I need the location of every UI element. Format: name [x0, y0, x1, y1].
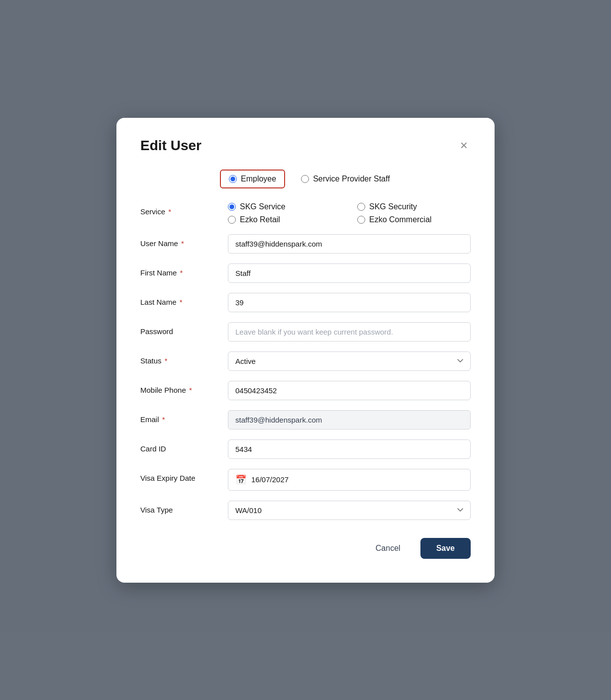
card-id-row: Card ID: [140, 439, 471, 459]
username-input[interactable]: [228, 234, 471, 254]
card-id-input[interactable]: [228, 439, 471, 459]
email-label: Email *: [140, 410, 220, 424]
visa-type-select[interactable]: WA/010 WA/020 WA/030: [228, 501, 471, 520]
last-name-label: Last Name *: [140, 293, 220, 306]
service-skg-security-radio[interactable]: [357, 203, 365, 211]
status-label: Status *: [140, 351, 220, 365]
service-ezko-commercial-option[interactable]: Ezko Commercial: [357, 215, 471, 224]
service-ezko-retail-label: Ezko Retail: [240, 215, 280, 224]
password-label: Password: [140, 322, 220, 336]
service-label: Service *: [140, 202, 220, 216]
visa-type-label: Visa Type: [140, 501, 220, 514]
status-select[interactable]: Active Inactive: [228, 351, 471, 371]
service-row: Service * SKG Service SKG Security Ezko …: [140, 202, 471, 224]
user-type-service-provider-option[interactable]: Service Provider Staff: [301, 175, 390, 183]
last-name-row: Last Name *: [140, 293, 471, 312]
service-ezko-commercial-label: Ezko Commercial: [369, 215, 431, 224]
service-ezko-commercial-radio[interactable]: [357, 216, 365, 224]
mobile-phone-label: Mobile Phone *: [140, 381, 220, 394]
card-id-label: Card ID: [140, 439, 220, 453]
first-name-input[interactable]: [228, 263, 471, 283]
user-type-employee-option[interactable]: Employee: [220, 170, 285, 188]
service-skg-service-option[interactable]: SKG Service: [228, 202, 341, 211]
visa-expiry-row: Visa Expiry Date 📅 16/07/2027: [140, 469, 471, 491]
save-button[interactable]: Save: [420, 538, 471, 559]
password-input[interactable]: [228, 322, 471, 342]
user-type-employee-radio[interactable]: [229, 175, 237, 183]
user-type-row: Employee Service Provider Staff: [140, 170, 471, 188]
service-skg-security-label: SKG Security: [369, 202, 417, 211]
service-ezko-retail-option[interactable]: Ezko Retail: [228, 215, 341, 224]
email-row: Email *: [140, 410, 471, 430]
visa-expiry-label: Visa Expiry Date: [140, 469, 220, 482]
first-name-row: First Name *: [140, 263, 471, 283]
visa-expiry-date-value: 16/07/2027: [251, 475, 289, 484]
close-button[interactable]: ×: [457, 138, 471, 153]
mobile-phone-input[interactable]: [228, 381, 471, 400]
username-label: User Name *: [140, 234, 220, 248]
cancel-button[interactable]: Cancel: [364, 538, 412, 559]
service-skg-security-option[interactable]: SKG Security: [357, 202, 471, 211]
calendar-icon: 📅: [235, 474, 246, 485]
last-name-input[interactable]: [228, 293, 471, 312]
password-row: Password: [140, 322, 471, 342]
service-ezko-retail-radio[interactable]: [228, 216, 236, 224]
service-skg-service-radio[interactable]: [228, 203, 236, 211]
username-row: User Name *: [140, 234, 471, 254]
service-skg-service-label: SKG Service: [240, 202, 286, 211]
visa-expiry-date-wrapper[interactable]: 📅 16/07/2027: [228, 469, 471, 491]
modal-header: Edit User ×: [140, 138, 471, 154]
first-name-label: First Name *: [140, 263, 220, 277]
user-type-service-provider-label: Service Provider Staff: [313, 175, 390, 183]
service-options: SKG Service SKG Security Ezko Retail Ezk…: [228, 202, 471, 224]
mobile-phone-row: Mobile Phone *: [140, 381, 471, 400]
status-row: Status * Active Inactive: [140, 351, 471, 371]
email-input[interactable]: [228, 410, 471, 430]
modal-overlay: Edit User × Employee Service Provider St…: [0, 0, 611, 700]
visa-type-row: Visa Type WA/010 WA/020 WA/030: [140, 501, 471, 520]
modal-footer: Cancel Save: [140, 538, 471, 559]
edit-user-modal: Edit User × Employee Service Provider St…: [116, 118, 495, 583]
user-type-service-provider-radio[interactable]: [301, 175, 309, 183]
modal-title: Edit User: [140, 138, 202, 154]
user-type-employee-label: Employee: [241, 175, 276, 183]
